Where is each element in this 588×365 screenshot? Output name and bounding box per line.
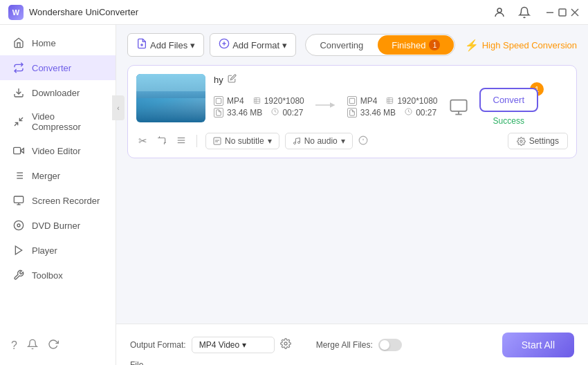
title-bar: W Wondershare UniConverter — [0, 0, 588, 25]
tab-finished-label: Finished — [392, 40, 425, 50]
sidebar-item-merger[interactable]: Merger — [0, 163, 116, 188]
svg-line-7 — [19, 118, 23, 121]
output-format-field: Output Format: MP4 Video ▾ — [130, 337, 291, 353]
file-info: hy MP4 — [214, 74, 568, 126]
output-format-chevron: ▾ — [242, 340, 246, 350]
target-format-block: MP4 1920*1080 33.46 MB — [347, 96, 438, 118]
subtitle-label: No subtitle — [225, 136, 264, 146]
output-format-select[interactable]: MP4 Video ▾ — [192, 337, 275, 353]
sidebar-label-converter: Converter — [32, 63, 71, 73]
high-speed-conversion[interactable]: ⚡ High Speed Conversion — [465, 39, 577, 52]
settings-button[interactable]: Settings — [508, 133, 568, 149]
content-area: Add Files ▾ Add Format ▾ Converting Fini… — [116, 25, 588, 365]
sidebar-label-video-compressor: Video Compressor — [32, 111, 103, 132]
source-format: MP4 — [227, 96, 244, 106]
svg-rect-28 — [254, 97, 259, 103]
sidebar-item-toolbox[interactable]: Toolbox — [0, 263, 116, 288]
file-card: hy MP4 — [127, 65, 577, 158]
dvd-burner-icon — [12, 219, 25, 232]
device-icon — [448, 96, 470, 118]
screen-recorder-icon — [12, 194, 25, 207]
svg-point-55 — [520, 140, 522, 142]
sidebar-item-screen-recorder[interactable]: Screen Recorder — [0, 188, 116, 213]
close-button[interactable] — [570, 8, 580, 17]
sidebar-item-dvd-burner[interactable]: DVD Burner — [0, 213, 116, 238]
svg-rect-36 — [387, 97, 393, 103]
subtitle-dropdown[interactable]: No subtitle ▾ — [205, 133, 279, 149]
svg-marker-8 — [21, 149, 24, 153]
add-format-icon — [219, 38, 230, 52]
merge-label: Merge All Files: — [316, 340, 373, 350]
source-format-icon — [214, 96, 223, 106]
info-icon[interactable] — [358, 135, 368, 147]
audio-chevron: ▾ — [341, 136, 345, 146]
target-format-icon — [347, 96, 357, 106]
sidebar-label-player: Player — [32, 245, 57, 256]
target-size-icon — [347, 108, 357, 118]
effects-icon[interactable] — [174, 133, 188, 149]
svg-line-6 — [15, 122, 18, 126]
svg-rect-1 — [546, 12, 553, 13]
sidebar-label-downloader: Downloader — [32, 88, 80, 98]
convert-button[interactable]: Convert — [479, 88, 539, 112]
conversion-arrow — [315, 98, 336, 115]
titlebar-left: W Wondershare UniConverter — [8, 5, 138, 20]
sidebar-item-video-editor[interactable]: Video Editor — [0, 138, 116, 163]
converter-icon — [12, 62, 25, 74]
svg-rect-41 — [450, 100, 466, 111]
scissors-icon[interactable]: ✂ — [136, 133, 149, 149]
sidebar-item-downloader[interactable]: Downloader — [0, 80, 116, 105]
merge-toggle[interactable] — [378, 339, 402, 351]
downloader-icon — [12, 86, 25, 99]
edit-filename-icon[interactable] — [228, 74, 237, 85]
file-name-row: hy — [214, 74, 568, 85]
target-resolution: 1920*1080 — [397, 96, 437, 106]
editor-icon — [12, 144, 25, 157]
merger-icon — [12, 169, 25, 182]
add-files-button[interactable]: Add Files ▾ — [127, 33, 204, 57]
add-format-label: Add Format — [232, 40, 279, 50]
notification-button[interactable] — [515, 3, 534, 22]
svg-point-19 — [14, 221, 23, 230]
minimize-button[interactable] — [545, 8, 555, 17]
output-format-value: MP4 Video — [199, 340, 239, 350]
start-all-label: Start All — [522, 339, 555, 350]
source-size-row: 33.46 MB 00:27 — [214, 108, 304, 118]
toolbox-icon — [12, 269, 25, 281]
bell-icon[interactable] — [27, 339, 38, 353]
help-icon[interactable]: ? — [11, 339, 17, 352]
target-duration: 00:27 — [416, 108, 437, 118]
audio-dropdown[interactable]: No audio ▾ — [285, 133, 353, 149]
add-files-icon — [136, 38, 147, 52]
sidebar-item-home[interactable]: Home — [0, 30, 116, 55]
sidebar-item-converter[interactable]: Converter — [0, 55, 116, 80]
compress-icon — [12, 115, 25, 128]
sidebar-label-screen-recorder: Screen Recorder — [32, 196, 100, 206]
topbar-actions: Add Files ▾ Add Format ▾ — [127, 33, 296, 57]
conversion-tabs: Converting Finished 1 — [305, 34, 455, 56]
app-title: Wondershare UniConverter — [29, 7, 138, 17]
add-files-chevron: ▾ — [190, 40, 195, 50]
convert-block: 1 Convert Success — [479, 88, 539, 126]
sidebar-item-player[interactable]: Player — [0, 238, 116, 263]
refresh-icon[interactable] — [48, 339, 59, 353]
sidebar-collapse-button[interactable]: ‹ — [112, 95, 125, 120]
output-format-settings-icon[interactable] — [280, 338, 291, 352]
tab-converting[interactable]: Converting — [306, 35, 377, 55]
maximize-button[interactable] — [558, 8, 567, 17]
svg-rect-16 — [14, 196, 23, 203]
tab-finished[interactable]: Finished 1 — [378, 35, 454, 55]
start-all-button[interactable]: Start All — [502, 333, 574, 357]
sidebar-item-video-compressor[interactable]: Video Compressor — [0, 105, 116, 138]
profile-button[interactable] — [490, 3, 509, 22]
target-format: MP4 — [360, 96, 378, 106]
convert-label: Convert — [493, 95, 525, 105]
svg-point-20 — [17, 224, 20, 227]
crop-icon[interactable] — [155, 133, 169, 149]
output-format-label: Output Format: — [130, 340, 186, 350]
sidebar-label-video-editor: Video Editor — [32, 146, 81, 156]
add-format-button[interactable]: Add Format ▾ — [210, 33, 296, 57]
source-format-row: MP4 1920*1080 — [214, 96, 304, 106]
svg-point-50 — [293, 142, 295, 144]
window-controls — [545, 8, 580, 17]
